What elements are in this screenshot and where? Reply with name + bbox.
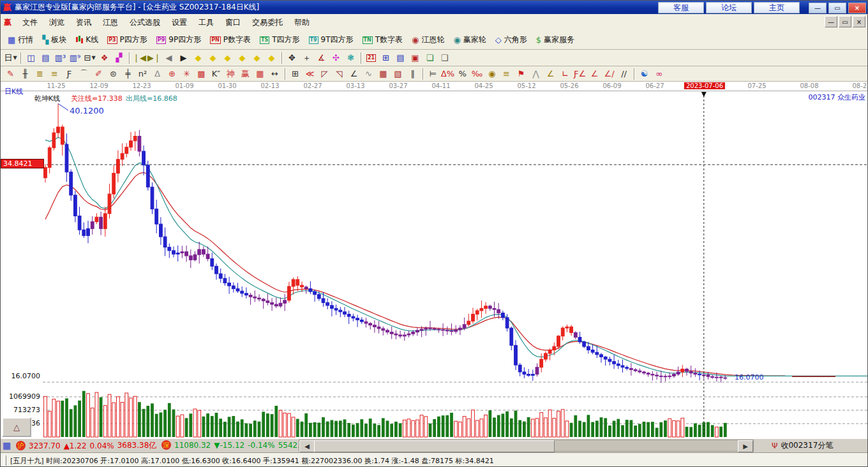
menu-item-0[interactable]: 文件	[17, 16, 43, 29]
mdi-close-button[interactable]: ×	[853, 16, 865, 27]
toolbar-quotes[interactable]: ▦行情	[3, 33, 38, 47]
data-feed[interactable]: Ψ 收002317分笔	[772, 440, 833, 451]
scroll-thumb[interactable]	[314, 440, 555, 452]
four-angle-tool[interactable]: //	[617, 68, 631, 80]
scroll-right-button[interactable]: ▶	[738, 440, 753, 452]
toolbar-hexagon[interactable]: ◇六角形	[491, 33, 532, 47]
service-button[interactable]: 客服	[658, 2, 704, 13]
gold-angle-tool[interactable]: ∠	[544, 68, 557, 80]
color-volume-button[interactable]: ▞	[112, 52, 126, 64]
market-grid-icon[interactable]: ▦	[3, 440, 11, 450]
menu-item-1[interactable]: 浏览	[43, 16, 70, 29]
taiji-button[interactable]: ☯	[638, 68, 651, 80]
brush-tool[interactable]: ✎	[4, 68, 17, 80]
export-button[interactable]: ❏	[423, 52, 437, 64]
red-grid2-tool[interactable]: ▧	[391, 68, 405, 80]
circle-cross-tool[interactable]: ⊕	[165, 68, 179, 80]
last-page-button[interactable]: ▶❘	[147, 52, 161, 64]
win-angle-tool[interactable]: ∠/	[602, 68, 616, 80]
toolbar-9t-square[interactable]: T99T四方形	[304, 33, 358, 47]
fan-box-tool[interactable]: ◸	[318, 68, 331, 80]
percent-tri-tool[interactable]: ∆%	[441, 68, 454, 80]
slope-tool[interactable]: ∆	[151, 68, 164, 80]
line-ruler-tool[interactable]: ╪	[121, 68, 135, 80]
win-grid-tool[interactable]: 赢	[239, 68, 252, 80]
toolbar-winner-wheel[interactable]: ◉赢家轮	[449, 33, 490, 47]
wave-tool[interactable]: ⋀	[529, 68, 542, 80]
kline-chart[interactable]	[1, 82, 868, 438]
gold-lines-tool[interactable]: ≡	[500, 68, 513, 80]
toolbar-t-square[interactable]: TST四方形	[255, 33, 304, 47]
infinity-button[interactable]: ∞	[652, 68, 666, 80]
shen-grid-tool[interactable]: 神	[224, 68, 237, 80]
fan-box2-tool[interactable]: ◹	[333, 68, 346, 80]
toolbar-services[interactable]: $赢家服务	[532, 33, 579, 47]
menu-item-3[interactable]: 江恩	[97, 16, 124, 29]
menu-item-7[interactable]: 窗口	[220, 16, 246, 29]
gold-ruler-tool[interactable]: ≣	[33, 68, 47, 80]
shen-angle-tool[interactable]: ∠	[588, 68, 601, 80]
red-grid-tool[interactable]: ▦	[377, 68, 390, 80]
crosshair-button[interactable]: ＋	[300, 52, 313, 64]
minimize-button[interactable]: —	[809, 3, 827, 13]
chart-area[interactable]: 11-2512-0912-2301-0901-3002-1302-2703-13…	[1, 82, 868, 438]
forum-button[interactable]: 论坛	[706, 2, 752, 13]
period-day-button[interactable]: 日▼	[4, 52, 17, 64]
toolbar-t-table[interactable]: TNT数字表	[358, 33, 408, 47]
gold-ruler2-tool[interactable]: ≡	[48, 68, 61, 80]
angle-line-tool[interactable]: ∠	[347, 68, 361, 80]
calendar-button[interactable]: 21	[364, 52, 378, 64]
next-page-button[interactable]: ▶	[177, 52, 190, 64]
flag-tool[interactable]: ⚑	[514, 68, 528, 80]
spiral-grid-tool[interactable]: ▩	[195, 68, 208, 80]
horizontal-scrollbar[interactable]: ◀ ▶	[299, 440, 754, 452]
parallel-lines-tool[interactable]: ∥	[406, 68, 419, 80]
candle-style-button[interactable]: ⊟▼	[83, 52, 96, 64]
gold-circle-tool[interactable]: ◉	[485, 68, 498, 80]
compress-y-button[interactable]: ◆	[221, 52, 234, 64]
permille-tool[interactable]: ‰	[470, 68, 484, 80]
close-button[interactable]: ×	[848, 3, 866, 13]
shenzhen-index[interactable]: 深 11080.32 ▼-15.12 -0.14% 5542.38	[161, 440, 310, 450]
menu-item-8[interactable]: 交易委托	[246, 16, 288, 29]
brush2-tool[interactable]: ✐	[92, 68, 105, 80]
mdi-minimize-button[interactable]: —	[825, 16, 837, 27]
percent-tool[interactable]: %	[456, 68, 469, 80]
qiankun-toggle-button[interactable]: ❖	[98, 52, 111, 64]
first-page-button[interactable]: ❘◀	[133, 52, 146, 64]
toolbar-gann-wheel[interactable]: ◉江恩轮	[407, 33, 449, 47]
f-angle-tool[interactable]: Ƒ∠	[573, 68, 587, 80]
scroll-left-button[interactable]: ◀	[299, 440, 315, 452]
j-angle-tool[interactable]: ∟	[558, 68, 572, 80]
ray-fan-tool[interactable]: ≪	[303, 68, 317, 80]
zigzag-tool[interactable]: ∿	[362, 68, 375, 80]
mdi-restore-button[interactable]: ▭	[839, 16, 851, 27]
starburst-tool[interactable]: ✳	[180, 68, 193, 80]
memo-button[interactable]: ▤	[394, 52, 407, 64]
restore-button[interactable]: ▭	[828, 3, 846, 13]
volume-3-button[interactable]: ▥³	[54, 52, 67, 64]
f-ruler-tool[interactable]: Ƒ	[63, 68, 76, 80]
prev-page-button[interactable]: ◀	[162, 52, 176, 64]
n2-tool[interactable]: n²	[136, 68, 149, 80]
menu-item-5[interactable]: 设置	[166, 16, 193, 29]
toolbar-sectors[interactable]: ▚板块	[38, 33, 71, 47]
volume-pane-toggle-button[interactable]: △	[2, 417, 31, 437]
expand-y-button[interactable]: ◆	[236, 52, 249, 64]
compress-x-button[interactable]: ◆	[191, 52, 205, 64]
expand-x-button[interactable]: ◆	[206, 52, 220, 64]
circle-ruler-tool[interactable]: ⊜	[107, 68, 120, 80]
toolbar-9p-square[interactable]: P99P四方形	[152, 33, 206, 47]
span-arrow-tool[interactable]: ↔	[268, 68, 281, 80]
gann-box-tool[interactable]: ⊞	[288, 68, 302, 80]
calculator-button[interactable]: ⊞	[379, 52, 393, 64]
menu-item-6[interactable]: 工具	[193, 16, 220, 29]
pan-tool-button[interactable]: ✥	[285, 52, 299, 64]
menu-item-4[interactable]: 公式选股	[124, 16, 166, 29]
menu-item-2[interactable]: 资讯	[70, 16, 97, 29]
home-button[interactable]: 主页	[754, 2, 800, 13]
number-grid-tool[interactable]: ▦	[253, 68, 267, 80]
arc-tool[interactable]: ⌒	[77, 68, 91, 80]
expand-xy-button[interactable]: ◆	[265, 52, 278, 64]
pattern-window-button[interactable]: ◫	[24, 52, 38, 64]
